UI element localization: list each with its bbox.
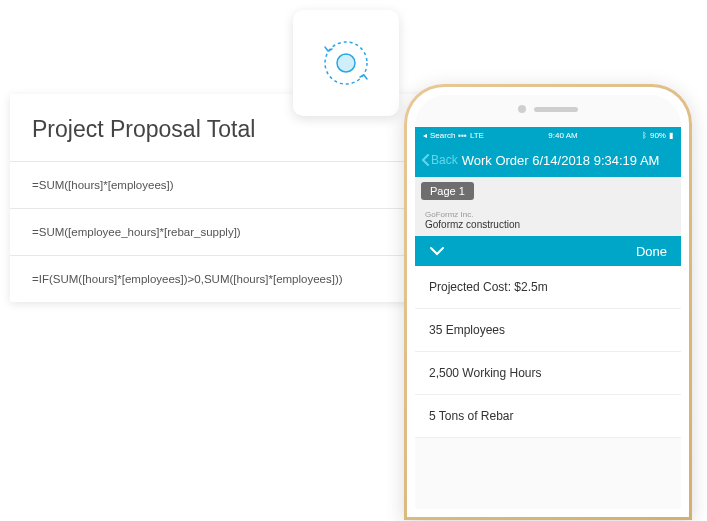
chevron-left-icon	[421, 153, 431, 167]
back-search-icon: ◂	[423, 131, 427, 140]
status-battery: 90%	[650, 131, 666, 140]
dropdown-bar[interactable]: Done	[415, 236, 681, 266]
header-title: Work Order 6/14/2018 9:34:19 AM	[462, 153, 660, 168]
done-button[interactable]: Done	[636, 244, 667, 259]
app-header: Back Work Order 6/14/2018 9:34:19 AM	[415, 143, 681, 177]
status-signal: LTE	[470, 131, 484, 140]
chevron-down-icon	[429, 243, 445, 259]
company-row: GoFormz Inc. Goformz construction	[415, 204, 681, 236]
back-label: Back	[431, 153, 458, 167]
back-button[interactable]: Back	[421, 153, 458, 167]
refresh-icon	[318, 35, 374, 91]
camera-dot	[518, 105, 526, 113]
page-tab[interactable]: Page 1	[421, 182, 474, 200]
page-tab-row: Page 1	[415, 177, 681, 204]
list-item[interactable]: Projected Cost: $2.5m	[415, 266, 681, 309]
list-item[interactable]: 2,500 Working Hours	[415, 352, 681, 395]
status-right: ᛒ 90% ▮	[642, 131, 673, 140]
status-search: Search	[430, 131, 455, 140]
svg-point-1	[337, 54, 355, 72]
list-item[interactable]: 35 Employees	[415, 309, 681, 352]
signal-icon: ▪▪▪	[458, 131, 467, 140]
bluetooth-icon: ᛒ	[642, 131, 647, 140]
phone-notch	[518, 105, 578, 113]
phone-bezel: ◂ Search ▪▪▪ LTE 9:40 AM ᛒ 90% ▮ Back	[407, 87, 689, 517]
speaker-slot	[534, 107, 578, 112]
status-bar: ◂ Search ▪▪▪ LTE 9:40 AM ᛒ 90% ▮	[415, 127, 681, 143]
battery-icon: ▮	[669, 131, 673, 140]
list-item[interactable]: 5 Tons of Rebar	[415, 395, 681, 438]
phone-mockup: ◂ Search ▪▪▪ LTE 9:40 AM ᛒ 90% ▮ Back	[404, 84, 692, 520]
company-label: GoFormz Inc.	[425, 210, 671, 219]
refresh-icon-card	[293, 10, 399, 116]
status-left: ◂ Search ▪▪▪ LTE	[423, 131, 484, 140]
company-name: Goformz construction	[425, 219, 671, 230]
phone-screen: ◂ Search ▪▪▪ LTE 9:40 AM ᛒ 90% ▮ Back	[415, 95, 681, 509]
status-time: 9:40 AM	[548, 131, 577, 140]
